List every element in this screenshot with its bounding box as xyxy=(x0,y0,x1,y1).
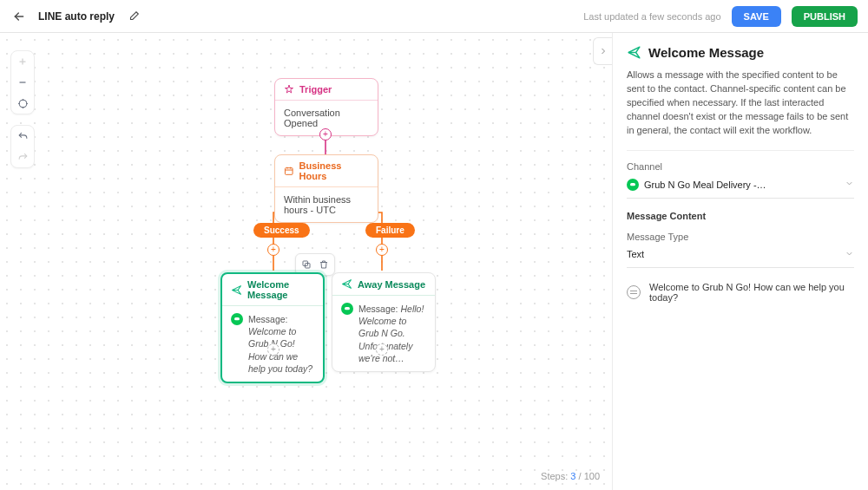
steps-counter: Steps: 3 / 100 xyxy=(541,471,600,481)
workflow-title: LINE auto reply xyxy=(38,10,115,23)
channel-label: Channel xyxy=(627,161,854,172)
add-after-away[interactable]: + xyxy=(376,343,388,356)
line-channel-icon xyxy=(231,313,243,325)
add-after-trigger[interactable]: + xyxy=(319,128,332,140)
workflow-canvas[interactable]: Trigger Conversation Opened + Business H… xyxy=(0,33,612,490)
send-icon xyxy=(627,45,641,60)
node-business-hours[interactable]: Business Hours Within business hours - U… xyxy=(274,154,378,223)
node-away-message[interactable]: Away Message Message: Hello! Welcome to … xyxy=(332,272,436,372)
node-away-title: Away Message xyxy=(358,279,425,290)
channel-select[interactable]: Grub N Go Meal Delivery -… xyxy=(627,175,854,199)
node-bh-title: Business Hours xyxy=(299,160,369,181)
app-header: LINE auto reply Last updated a few secon… xyxy=(0,0,868,33)
node-welcome-message[interactable]: Welcome Message Message: Welcome to Grub… xyxy=(220,272,325,383)
message-type-value: Text xyxy=(627,249,644,259)
svg-rect-10 xyxy=(630,183,635,186)
chevron-down-icon xyxy=(845,179,854,190)
trigger-icon xyxy=(284,84,294,95)
node-trigger[interactable]: Trigger Conversation Opened xyxy=(274,78,378,136)
message-content-section: Message Content xyxy=(627,211,854,221)
message-text-row[interactable]: Welcome to Grub N Go! How can we help yo… xyxy=(627,280,854,304)
svg-point-0 xyxy=(19,100,27,108)
message-text-value: Welcome to Grub N Go! How can we help yo… xyxy=(649,282,854,303)
publish-button[interactable]: PUBLISH xyxy=(792,6,858,27)
send-icon xyxy=(341,278,352,290)
fit-view-button[interactable] xyxy=(11,93,34,114)
last-updated-label: Last updated a few seconds ago xyxy=(583,11,720,22)
line-channel-icon xyxy=(341,303,353,315)
node-bh-body: Within business hours - UTC xyxy=(275,187,378,222)
back-button[interactable] xyxy=(10,8,28,25)
copy-node-button[interactable] xyxy=(299,257,314,272)
line-channel-icon xyxy=(627,179,639,191)
zoom-out-button[interactable] xyxy=(11,72,34,93)
chevron-right-icon xyxy=(598,46,608,56)
channel-value: Grub N Go Meal Delivery -… xyxy=(644,180,766,190)
node-trigger-title: Trigger xyxy=(299,84,332,95)
send-icon xyxy=(231,284,242,296)
inspector-title: Welcome Message xyxy=(627,45,854,60)
svg-rect-5 xyxy=(285,168,293,175)
node-away-body: Message: Hello! Welcome to Grub N Go. Un… xyxy=(358,303,426,364)
delete-node-button[interactable] xyxy=(316,257,332,272)
message-type-label: Message Type xyxy=(627,232,854,242)
branch-failure: Failure xyxy=(365,223,415,238)
text-message-icon xyxy=(627,285,641,299)
node-welcome-body: Message: Welcome to Grub N Go! How can w… xyxy=(248,313,314,375)
svg-rect-9 xyxy=(345,307,350,310)
node-welcome-title: Welcome Message xyxy=(247,279,314,300)
inspector-description: Allows a message with the specified cont… xyxy=(627,69,854,151)
inspector-panel: Welcome Message Allows a message with th… xyxy=(612,33,868,490)
message-type-select[interactable]: Text xyxy=(627,245,854,268)
save-button[interactable]: SAVE xyxy=(732,6,781,27)
canvas-toolbar xyxy=(10,50,35,168)
add-on-success[interactable]: + xyxy=(267,244,279,256)
redo-button[interactable] xyxy=(11,147,34,167)
calendar-icon xyxy=(284,166,294,176)
collapse-sidebar-button[interactable] xyxy=(593,37,612,65)
branch-success: Success xyxy=(253,223,310,238)
svg-rect-8 xyxy=(234,317,240,320)
add-on-failure[interactable]: + xyxy=(376,244,388,256)
edit-title-button[interactable] xyxy=(125,8,142,25)
chevron-down-icon xyxy=(845,249,854,260)
add-after-welcome[interactable]: + xyxy=(267,343,279,356)
zoom-in-button[interactable] xyxy=(11,51,34,72)
undo-button[interactable] xyxy=(11,126,34,147)
